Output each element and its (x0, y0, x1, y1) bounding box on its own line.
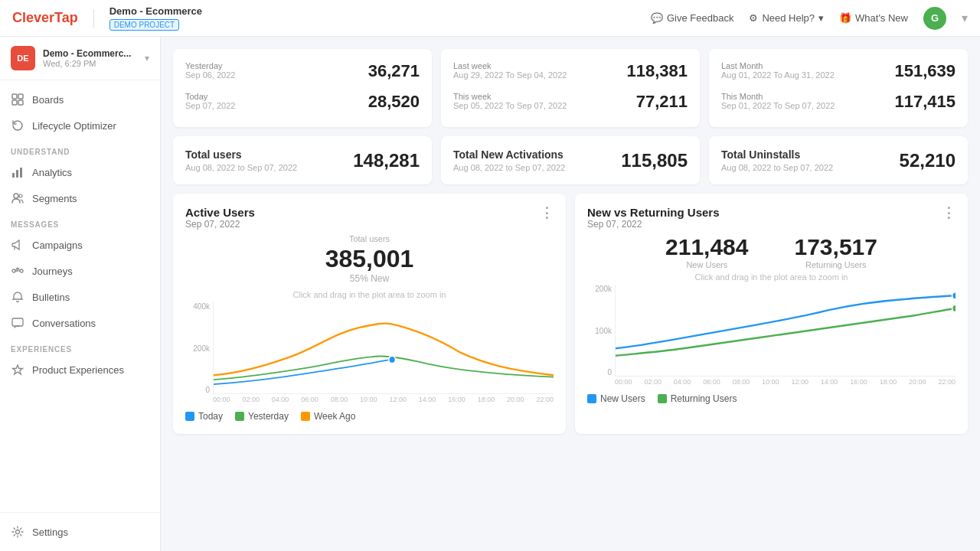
sidebar-item-settings[interactable]: Settings (0, 519, 160, 545)
user-chevron-icon[interactable]: ▾ (145, 53, 149, 64)
sidebar-item-lifecycle-label: Lifecycle Optimizer (32, 120, 116, 132)
total-users-value: 148,281 (353, 150, 420, 171)
stat-card-daily: Yesterday Sep 06, 2022 36,271 Today Sep … (173, 49, 432, 127)
legend-today: Today (185, 411, 223, 422)
legend-yesterday-dot (235, 412, 244, 421)
chart-new-date: Sep 07, 2022 (587, 219, 720, 230)
bar-chart-icon (11, 165, 24, 179)
stat-thisweek-date: Sep 05, 2022 To Sep 07, 2022 (453, 101, 567, 110)
chart-new-svg-container (615, 285, 956, 377)
users-icon (11, 191, 24, 205)
sidebar-item-analytics[interactable]: Analytics (0, 159, 160, 185)
returning-users-label: Returning Users (795, 260, 877, 269)
returning-users-value: 173,517 (795, 234, 877, 260)
total-activations-label: Total New Activations (453, 148, 565, 161)
avatar[interactable]: G (923, 7, 946, 30)
legend-weekago-dot (301, 412, 310, 421)
svg-point-13 (16, 530, 20, 534)
logo-text: CleverTap (12, 10, 78, 26)
legend-yesterday: Yesterday (235, 411, 289, 422)
logo-area: CleverTap Demo - Ecommerce DEMO PROJECT (12, 5, 202, 31)
total-users-label: Total users (185, 148, 297, 161)
stat-lastweek-value: 118,381 (626, 61, 688, 81)
sidebar-item-campaigns[interactable]: Campaigns (0, 232, 160, 258)
sidebar-item-boards-label: Boards (32, 94, 64, 106)
legend-today-dot (185, 412, 194, 421)
svg-rect-3 (18, 100, 23, 105)
chart-new-legend: New Users Returning Users (587, 386, 956, 404)
chart-active-total-label: Total users (185, 234, 554, 243)
stat-yesterday-value: 36,271 (368, 61, 420, 81)
stat-thisweek-value: 77,211 (636, 92, 688, 112)
chart-new-plot-area: 200k 100k 0 (587, 285, 956, 377)
svg-point-15 (952, 292, 956, 300)
stat-thismonth-row: This Month Sep 01, 2022 To Sep 07, 2022 … (721, 92, 956, 115)
svg-rect-0 (12, 94, 17, 99)
sidebar-item-journeys[interactable]: Journeys (0, 258, 160, 284)
y-label-0: 0 (185, 386, 210, 394)
chart-active-subtitle: 55% New (185, 273, 554, 284)
sidebar-item-product-exp-label: Product Experiences (32, 364, 124, 376)
sidebar-item-segments[interactable]: Segments (0, 185, 160, 211)
feedback-icon: 💬 (651, 12, 663, 24)
user-icon: DE (11, 46, 35, 70)
svg-rect-6 (20, 168, 22, 178)
star-icon (11, 363, 24, 377)
stat-thisweek-info: This week Sep 05, 2022 To Sep 07, 2022 (453, 92, 567, 115)
stat-today-info: Today Sep 07, 2022 (185, 92, 235, 115)
chart-active-svg-container (213, 302, 554, 394)
svg-rect-5 (16, 170, 18, 178)
sidebar-item-journeys-label: Journeys (32, 266, 73, 277)
sidebar-item-product-exp[interactable]: Product Experiences (0, 357, 160, 383)
whats-new-button[interactable]: 🎁 What's New (839, 12, 908, 24)
chart-active-svg (214, 302, 554, 393)
y-label-0-nr: 0 (587, 368, 612, 377)
sidebar-item-settings-label: Settings (32, 527, 68, 538)
feedback-button[interactable]: 💬 Give Feedback (651, 12, 733, 24)
chart-new-svg (616, 285, 956, 376)
returning-users-group: 173,517 Returning Users (795, 234, 877, 269)
chart-new-more-button[interactable]: ⋮ (942, 206, 956, 220)
logo-divider (93, 9, 94, 28)
avatar-chevron-icon[interactable]: ▾ (962, 11, 968, 25)
chart-active-hint: Click and drag in the plot area to zoom … (185, 290, 554, 299)
total-uninstalls-date: Aug 08, 2022 to Sep 07, 2022 (721, 163, 833, 172)
svg-marker-12 (13, 365, 23, 374)
stat-thisweek-row: This week Sep 05, 2022 To Sep 07, 2022 7… (453, 92, 688, 115)
stats-row: Yesterday Sep 06, 2022 36,271 Today Sep … (173, 49, 968, 127)
svg-point-16 (952, 305, 956, 312)
gear-icon (11, 525, 24, 539)
topnav-right: 💬 Give Feedback ⚙ Need Help? ▾ 🎁 What's … (651, 7, 968, 30)
stat-lastmonth-label: Last Month (721, 61, 835, 70)
svg-rect-4 (12, 173, 15, 178)
stat-today-value: 28,520 (368, 92, 420, 112)
new-users-value: 211,484 (665, 234, 748, 260)
sidebar-item-bulletins[interactable]: Bulletins (0, 284, 160, 310)
stat-lastmonth-info: Last Month Aug 01, 2022 To Aug 31, 2022 (721, 61, 835, 84)
sidebar-user: DE Demo - Ecommerc... Wed, 6:29 PM ▾ (0, 37, 160, 80)
sidebar-item-analytics-label: Analytics (32, 167, 72, 178)
legend-returning-users-label: Returning Users (671, 393, 737, 404)
stat-card-monthly: Last Month Aug 01, 2022 To Aug 31, 2022 … (709, 49, 968, 127)
stat-yesterday-label: Yesterday (185, 61, 235, 70)
chart-active-more-button[interactable]: ⋮ (540, 206, 554, 220)
help-button[interactable]: ⚙ Need Help? ▾ (749, 12, 824, 24)
chart-new-header: New vs Returning Users Sep 07, 2022 ⋮ (587, 206, 956, 230)
gift-icon: 🎁 (839, 12, 851, 24)
topnav: CleverTap Demo - Ecommerce DEMO PROJECT … (0, 0, 980, 37)
stat-yesterday-date: Sep 06, 2022 (185, 70, 235, 80)
chart-new-hint: Click and drag in the plot area to zoom … (587, 272, 956, 282)
help-icon: ⚙ (749, 12, 758, 24)
sidebar-item-campaigns-label: Campaigns (32, 240, 83, 251)
stat-lastweek-date: Aug 29, 2022 To Sep 04, 2022 (453, 70, 567, 80)
y-label-200k: 200k (185, 344, 210, 353)
sidebar-item-boards[interactable]: Boards (0, 86, 160, 112)
sidebar-item-conversations[interactable]: Conversations (0, 310, 160, 336)
legend-yesterday-label: Yesterday (248, 411, 289, 422)
total-uninstalls-label: Total Uninstalls (721, 148, 833, 161)
legend-new-users-dot (587, 394, 596, 403)
chart-new-dual-numbers: 211,484 New Users 173,517 Returning User… (587, 234, 956, 269)
stat-lastweek-info: Last week Aug 29, 2022 To Sep 04, 2022 (453, 61, 567, 84)
sidebar-item-lifecycle[interactable]: Lifecycle Optimizer (0, 112, 160, 139)
sidebar-nav: Boards Lifecycle Optimizer UNDERSTAND An… (0, 80, 160, 389)
